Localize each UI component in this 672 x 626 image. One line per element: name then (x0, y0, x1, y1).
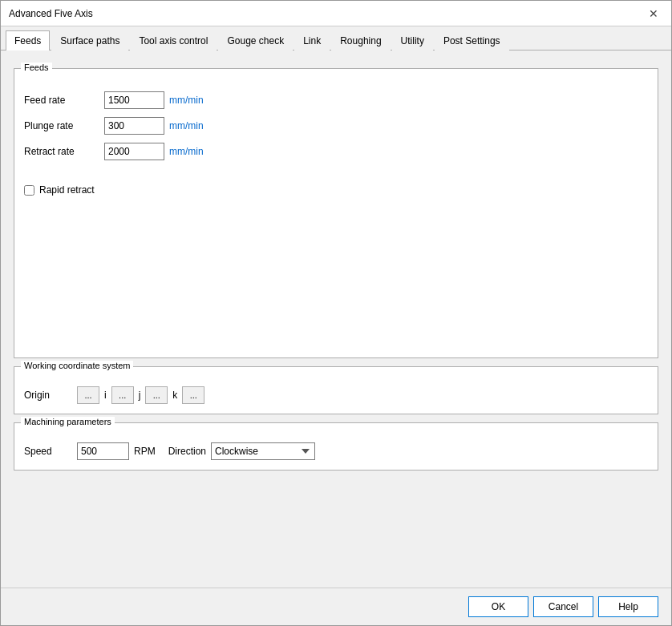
feeds-group: Feeds Feed rate mm/min Plunge rate mm/mi… (14, 68, 658, 358)
retract-rate-label: Retract rate (24, 146, 104, 157)
title-bar: Advanced Five Axis ✕ (1, 1, 671, 26)
feed-rate-unit: mm/min (169, 95, 204, 106)
close-button[interactable]: ✕ (644, 6, 663, 21)
tab-feeds[interactable]: Feeds (6, 30, 50, 50)
k-axis-label: k (172, 390, 177, 401)
retract-rate-unit: mm/min (169, 146, 204, 157)
i-ellipsis-button[interactable]: ... (111, 386, 134, 404)
footer: OK Cancel Help (1, 588, 671, 625)
retract-rate-row: Retract rate mm/min (24, 143, 648, 160)
speed-row: Speed RPM Direction Clockwise Counter-cl… (24, 442, 648, 460)
origin-ellipsis-button[interactable]: ... (77, 386, 99, 404)
direction-label: Direction (168, 446, 206, 457)
origin-row: Origin ... i ... j ... k ... (24, 386, 648, 404)
help-button[interactable]: Help (598, 596, 658, 617)
tab-link[interactable]: Link (294, 30, 330, 50)
speed-label: Speed (24, 446, 72, 457)
origin-label: Origin (24, 390, 72, 401)
retract-rate-input[interactable] (104, 143, 164, 160)
rapid-retract-label: Rapid retract (39, 184, 95, 196)
i-axis-label: i (104, 390, 107, 401)
machining-content: Speed RPM Direction Clockwise Counter-cl… (24, 442, 648, 460)
tab-utility[interactable]: Utility (392, 30, 433, 50)
wcs-group: Working coordinate system Origin ... i .… (14, 366, 658, 414)
speed-input[interactable] (77, 442, 129, 460)
j-axis-label: j (139, 390, 141, 401)
rpm-label: RPM (134, 446, 156, 457)
machining-group: Machining parameters Speed RPM Direction… (14, 422, 658, 471)
feeds-fields: Feed rate mm/min Plunge rate mm/min Retr… (24, 91, 648, 348)
direction-select[interactable]: Clockwise Counter-clockwise (211, 442, 315, 460)
tab-surface-paths[interactable]: Surface paths (51, 30, 128, 50)
wcs-group-label: Working coordinate system (21, 361, 133, 370)
feed-rate-row: Feed rate mm/min (24, 91, 648, 109)
feed-rate-input[interactable] (104, 91, 164, 109)
feed-rate-label: Feed rate (24, 95, 104, 106)
feeds-group-label: Feeds (21, 63, 52, 72)
ok-button[interactable]: OK (468, 596, 528, 617)
cancel-button[interactable]: Cancel (533, 596, 593, 617)
j-ellipsis-button[interactable]: ... (145, 386, 168, 404)
advanced-five-axis-dialog: Advanced Five Axis ✕ Feeds Surface paths… (0, 0, 672, 626)
rapid-retract-row: Rapid retract (24, 184, 648, 196)
main-content: Feeds Feed rate mm/min Plunge rate mm/mi… (1, 50, 671, 588)
plunge-rate-input[interactable] (104, 117, 164, 135)
k-ellipsis-button[interactable]: ... (182, 386, 204, 404)
tab-post-settings[interactable]: Post Settings (435, 30, 509, 50)
tab-bar: Feeds Surface paths Tool axis control Go… (1, 26, 671, 50)
plunge-rate-unit: mm/min (169, 120, 204, 131)
tab-roughing[interactable]: Roughing (331, 30, 390, 50)
tab-tool-axis-control[interactable]: Tool axis control (130, 30, 217, 50)
machining-group-label: Machining parameters (21, 417, 115, 426)
wcs-content: Origin ... i ... j ... k ... (24, 386, 648, 404)
plunge-rate-row: Plunge rate mm/min (24, 117, 648, 135)
plunge-rate-label: Plunge rate (24, 120, 104, 131)
tab-gouge-check[interactable]: Gouge check (218, 30, 293, 50)
rapid-retract-checkbox[interactable] (24, 185, 34, 196)
dialog-title: Advanced Five Axis (9, 8, 93, 19)
